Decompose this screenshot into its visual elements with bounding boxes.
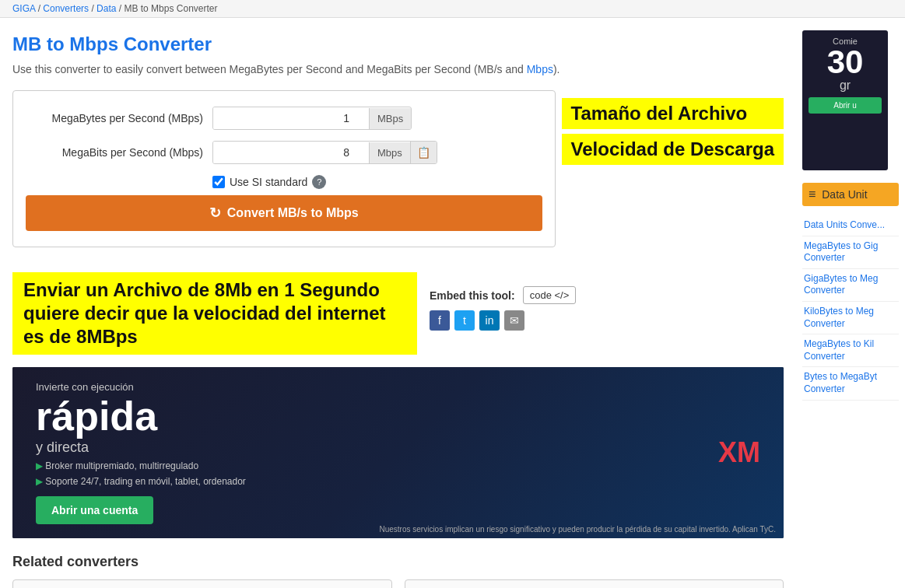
- related-card-2[interactable]: [405, 579, 784, 588]
- related-section: Related converters: [12, 554, 784, 588]
- sidebar-link-3[interactable]: KiloBytes to Meg Converter: [802, 302, 899, 334]
- linkedin-icon[interactable]: in: [479, 310, 500, 331]
- ad-logo: XM: [718, 436, 760, 469]
- ad-big-word: rápida: [36, 396, 760, 436]
- sidebar-widget-title: Data Unit: [822, 188, 867, 201]
- ad-headline: Invierte con ejecución: [36, 381, 760, 393]
- email-icon[interactable]: ✉: [504, 310, 524, 331]
- ad-bullet1: Broker multipremiado, multirregulado: [36, 460, 760, 471]
- page-description: Use this converter to easily convert bet…: [12, 61, 784, 78]
- mbps-link[interactable]: Mbps: [527, 63, 553, 75]
- sidebar-link-1[interactable]: MegaBytes to Gig Converter: [802, 236, 899, 269]
- download-speed-annotation: Velocidad de Descarga: [562, 134, 784, 165]
- main-content: MB to Mbps Converter Use this converter …: [0, 18, 796, 588]
- sidebar-link-5[interactable]: Bytes to MegaByt Converter: [802, 367, 899, 400]
- page-title: MB to Mbps Converter: [12, 33, 784, 55]
- breadcrumb-giga[interactable]: GIGA: [12, 3, 35, 14]
- sidebar-widget: ≡ Data Unit: [802, 183, 899, 206]
- sidebar-widget-icon: ≡: [809, 187, 816, 201]
- top-bar: GIGA / Converters / Data / MB to Mbps Co…: [0, 0, 905, 18]
- file-size-annotation: Tamaño del Archivo: [562, 98, 784, 129]
- sidebar-ad-number: 30: [809, 46, 882, 79]
- twitter-icon[interactable]: t: [454, 310, 475, 331]
- sidebar-link-4[interactable]: MegaBytes to Kil Converter: [802, 334, 899, 367]
- mbits-input-group: Mbps 📋: [212, 141, 437, 164]
- copy-button[interactable]: 📋: [410, 142, 437, 163]
- ad-bullet2: Soporte 24/7, trading en móvil, tablet, …: [36, 476, 760, 487]
- sidebar: Comie 30 gr Abrir u ≡ Data Unit Data Uni…: [796, 18, 905, 588]
- ad-sub: y directa: [36, 439, 760, 456]
- facebook-icon[interactable]: f: [430, 310, 450, 331]
- sidebar-link-2[interactable]: GigaBytes to Meg Converter: [802, 269, 899, 302]
- mbits-input[interactable]: [213, 142, 369, 163]
- mbps-label: MegaBytes per Second (MBps): [26, 112, 212, 124]
- sidebar-ad-gr: gr: [809, 79, 882, 93]
- breadcrumb-current: MB to Mbps Converter: [124, 3, 217, 14]
- converter-box: MegaBytes per Second (MBps) MBps MegaBit…: [12, 90, 556, 247]
- mbits-row: MegaBits per Second (Mbps) Mbps 📋: [26, 141, 542, 164]
- refresh-icon: ↻: [209, 205, 221, 222]
- mbits-unit: Mbps: [369, 142, 410, 163]
- mbits-label: MegaBits per Second (Mbps): [26, 146, 212, 159]
- breadcrumb-converters[interactable]: Converters: [43, 3, 89, 14]
- breadcrumb-data[interactable]: Data: [96, 3, 116, 14]
- mbps-unit: MBps: [369, 108, 411, 129]
- social-icons: f t in ✉: [430, 310, 524, 331]
- convert-button[interactable]: ↻ Convert MB/s to Mbps: [26, 195, 542, 231]
- sidebar-link-0[interactable]: Data Units Conve...: [802, 215, 899, 236]
- ad-disclaimer: Nuestros servicios implican un riesgo si…: [379, 525, 776, 534]
- sidebar-ad: Comie 30 gr Abrir u: [802, 30, 888, 170]
- si-label: Use SI standard: [230, 176, 307, 188]
- mbps-input-group: MBps: [212, 107, 412, 130]
- mbps-row: MegaBytes per Second (MBps) MBps: [26, 107, 542, 130]
- mbps-input[interactable]: [213, 107, 369, 129]
- embed-code-button[interactable]: code </>: [523, 286, 577, 304]
- related-cards: [12, 579, 784, 588]
- related-title: Related converters: [12, 554, 784, 570]
- si-row: Use SI standard ?: [212, 175, 542, 189]
- annotations-col: Tamaño del Archivo Velocidad de Descarga: [562, 98, 784, 165]
- si-checkbox[interactable]: [212, 176, 225, 188]
- embed-row: Embed this tool: code </>: [430, 286, 576, 304]
- embed-label: Embed this tool:: [430, 289, 515, 302]
- related-card-1[interactable]: [12, 579, 392, 588]
- sidebar-ad-button[interactable]: Abrir u: [809, 97, 882, 114]
- help-icon[interactable]: ?: [312, 175, 326, 189]
- advertisement-banner: Invierte con ejecución rápida y directa …: [12, 367, 784, 538]
- xm-logo-text: XM: [718, 436, 760, 469]
- explanation-annotation: Enviar un Archivo de 8Mb en 1 Segundo qu…: [12, 272, 417, 355]
- convert-btn-label: Convert MB/s to Mbps: [227, 206, 359, 220]
- ad-open-account-button[interactable]: Abrir una cuenta: [36, 496, 153, 524]
